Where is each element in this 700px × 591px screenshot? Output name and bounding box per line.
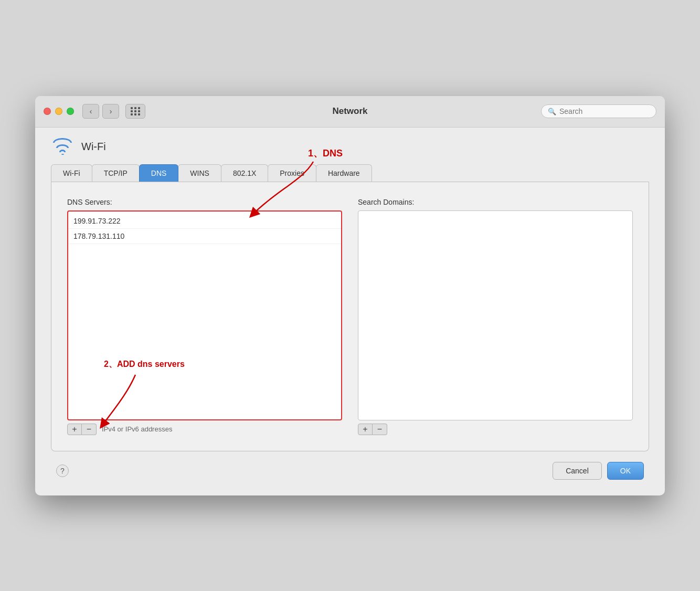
columns: DNS Servers: 199.91.73.222 178.79.131.11…: [67, 198, 633, 435]
tab-8021x[interactable]: 802.1X: [221, 164, 268, 182]
main-panel: 2、ADD dns servers DNS Servers: 199.91.73…: [51, 182, 649, 451]
content-area: 1、DNS Wi-Fi Wi-Fi TCP/IP DNS WI: [35, 128, 665, 495]
search-domains-controls: + −: [358, 424, 633, 435]
dns-remove-button[interactable]: −: [82, 424, 97, 435]
dns-servers-column: DNS Servers: 199.91.73.222 178.79.131.11…: [67, 198, 342, 435]
minimize-button[interactable]: [55, 108, 62, 115]
wifi-arc-small: [59, 150, 66, 152]
maximize-button[interactable]: [67, 108, 74, 115]
footer-buttons: Cancel OK: [553, 462, 644, 480]
tab-proxies[interactable]: Proxies: [268, 164, 316, 182]
search-input[interactable]: [559, 107, 650, 115]
search-domains-column: Search Domains: + −: [358, 198, 633, 435]
main-window: ‹ › Network 🔍 1、DNS: [35, 96, 665, 495]
dns-servers-list[interactable]: 199.91.73.222 178.79.131.110: [67, 210, 342, 420]
wifi-icon: [51, 138, 74, 156]
tab-wins[interactable]: WINS: [178, 164, 221, 182]
tab-tcpip[interactable]: TCP/IP: [92, 164, 140, 182]
cancel-button[interactable]: Cancel: [553, 462, 602, 480]
forward-button[interactable]: ›: [102, 104, 119, 119]
dns-hint: IPv4 or IPv6 addresses: [102, 425, 172, 433]
dns-servers-controls: + − IPv4 or IPv6 addresses: [67, 424, 342, 435]
list-item[interactable]: 178.79.131.110: [68, 229, 341, 244]
tab-dns[interactable]: DNS: [139, 164, 179, 182]
help-button[interactable]: ?: [56, 465, 69, 477]
tab-wifi[interactable]: Wi-Fi: [51, 164, 92, 182]
close-button[interactable]: [44, 108, 51, 115]
wifi-header: Wi-Fi: [51, 138, 649, 156]
domains-add-button[interactable]: +: [358, 424, 373, 435]
back-button[interactable]: ‹: [82, 104, 99, 119]
titlebar: ‹ › Network 🔍: [35, 96, 665, 128]
nav-buttons: ‹ ›: [82, 104, 145, 119]
grid-button[interactable]: [125, 104, 145, 119]
list-item[interactable]: 199.91.73.222: [68, 214, 341, 229]
tabs-container: Wi-Fi TCP/IP DNS WINS 802.1X Proxies Har…: [51, 164, 649, 182]
traffic-lights: [44, 108, 74, 115]
wifi-arc-medium: [56, 144, 69, 148]
ok-button[interactable]: OK: [607, 462, 644, 480]
tab-hardware[interactable]: Hardware: [316, 164, 372, 182]
search-icon: 🔍: [548, 108, 556, 115]
search-bar[interactable]: 🔍: [541, 104, 656, 118]
wifi-arc-large: [53, 138, 72, 143]
wifi-label: Wi-Fi: [81, 141, 106, 153]
search-domains-list[interactable]: [358, 210, 633, 420]
window-title: Network: [332, 106, 367, 117]
footer: ? Cancel OK: [51, 462, 649, 480]
dns-add-button[interactable]: +: [67, 424, 82, 435]
domains-remove-button[interactable]: −: [373, 424, 387, 435]
search-domains-label: Search Domains:: [358, 198, 633, 206]
dns-servers-label: DNS Servers:: [67, 198, 342, 206]
wifi-dot: [61, 154, 64, 155]
